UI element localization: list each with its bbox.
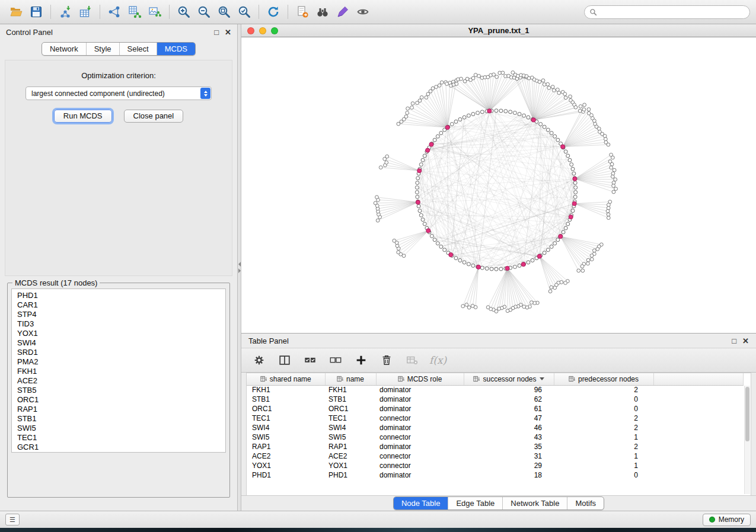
new-network-button[interactable]	[104, 3, 125, 21]
table-cell[interactable]: SWI5	[247, 432, 325, 442]
table-settings-button[interactable]	[251, 352, 267, 368]
table-cell[interactable]: ACE2	[247, 451, 325, 461]
table-cell[interactable]: connector	[376, 414, 464, 423]
mcds-node-item[interactable]: TID3	[12, 319, 225, 329]
table-cell[interactable]: dominator	[376, 442, 464, 451]
column-header-successor-nodes[interactable]: successor nodes	[464, 373, 554, 385]
table-cell[interactable]: 61	[464, 404, 554, 414]
column-header-mcds-role[interactable]: MCDS role	[376, 373, 464, 385]
tab-edge-table[interactable]: Edge Table	[448, 497, 502, 509]
table-row[interactable]: TEC1TEC1connector472	[247, 414, 744, 423]
mcds-node-item[interactable]: RAP1	[12, 405, 225, 414]
table-cell[interactable]: TEC1	[325, 414, 376, 423]
mcds-node-item[interactable]: GCR1	[12, 443, 225, 452]
panel-splitter[interactable]	[237, 24, 241, 511]
mcds-node-item[interactable]: ACE2	[12, 376, 225, 386]
optimization-criterion-select[interactable]: largest connected component (undirected)	[25, 86, 212, 100]
run-mcds-button[interactable]: Run MCDS	[54, 110, 112, 123]
search-input[interactable]	[600, 8, 745, 16]
minimize-window-icon[interactable]	[259, 27, 266, 34]
table-scrollbar-thumb[interactable]	[745, 387, 749, 441]
table-cell[interactable]: TEC1	[247, 414, 325, 423]
table-scrollbar[interactable]	[744, 386, 750, 494]
tab-mcds[interactable]: MCDS	[157, 43, 195, 55]
collapse-right-icon[interactable]	[238, 268, 241, 273]
table-cell[interactable]: dominator	[376, 395, 464, 404]
tab-select[interactable]: Select	[119, 43, 157, 55]
float-panel-icon[interactable]: □	[732, 337, 736, 345]
filter-button[interactable]	[333, 3, 353, 21]
close-window-icon[interactable]	[247, 27, 254, 34]
table-cell[interactable]: connector	[376, 451, 464, 461]
table-cell[interactable]: STB1	[325, 395, 376, 404]
table-cell[interactable]: dominator	[376, 385, 464, 395]
table-row[interactable]: YOX1YOX1connector291	[247, 461, 744, 470]
table-cell[interactable]	[653, 423, 744, 432]
table-cell[interactable]: 96	[464, 385, 554, 395]
maximize-window-icon[interactable]	[271, 27, 278, 34]
mcds-node-item[interactable]: SWI5	[12, 424, 225, 433]
table-cell[interactable]: connector	[376, 461, 464, 470]
table-cell[interactable]: 2	[554, 414, 653, 423]
table-row[interactable]: RAP1RAP1dominator352	[247, 442, 744, 451]
close-panel-button[interactable]: Close panel	[124, 110, 184, 123]
network-canvas[interactable]	[241, 37, 756, 333]
mcds-node-item[interactable]: FKH1	[12, 367, 225, 376]
table-cell[interactable]: STB1	[247, 395, 325, 404]
mcds-node-item[interactable]: STP4	[12, 310, 225, 319]
table-cell[interactable]	[653, 442, 744, 451]
memory-button[interactable]: Memory	[703, 514, 751, 526]
delete-row-button[interactable]	[378, 352, 395, 368]
zoom-selected-button[interactable]	[234, 3, 254, 21]
column-header-shared-name[interactable]: shared name	[247, 373, 325, 385]
mcds-node-item[interactable]: ORC1	[12, 395, 225, 405]
table-cell[interactable]: ACE2	[325, 451, 376, 461]
table-cell[interactable]: 1	[554, 451, 653, 461]
import-network-button[interactable]	[55, 3, 75, 21]
table-cell[interactable]: FKH1	[247, 385, 325, 395]
mcds-node-item[interactable]: PHD1	[12, 291, 225, 300]
mcds-node-item[interactable]: TEC1	[12, 433, 225, 443]
table-cell[interactable]: dominator	[376, 404, 464, 414]
table-cell[interactable]: 2	[554, 442, 653, 451]
collapse-left-icon[interactable]	[238, 262, 241, 267]
table-cell[interactable]: ORC1	[247, 404, 325, 414]
float-panel-icon[interactable]: □	[214, 28, 219, 36]
table-cell[interactable]: SWI5	[325, 432, 376, 442]
table-cell[interactable]: PHD1	[247, 470, 325, 480]
table-row[interactable]: PHD1PHD1dominator180	[247, 470, 744, 480]
table-cell[interactable]: YOX1	[247, 461, 325, 470]
table-cell[interactable]: 35	[464, 442, 554, 451]
table-cell[interactable]: YOX1	[325, 461, 376, 470]
mcds-node-item[interactable]: STB5	[12, 386, 225, 395]
table-cell[interactable]: ORC1	[325, 404, 376, 414]
table-cell[interactable]: 18	[464, 470, 554, 480]
deselect-all-button[interactable]	[327, 352, 344, 368]
network-from-table-button[interactable]	[125, 3, 145, 21]
table-cell[interactable]	[653, 461, 744, 470]
select-all-button[interactable]	[302, 352, 318, 368]
tab-style[interactable]: Style	[86, 43, 119, 55]
table-row[interactable]: FKH1FKH1dominator962	[247, 385, 744, 395]
table-cell[interactable]: SWI4	[325, 423, 376, 432]
table-row[interactable]: STB1STB1dominator620	[247, 395, 744, 404]
column-header-name[interactable]: name	[325, 373, 376, 385]
table-cell[interactable]: dominator	[376, 470, 464, 480]
table-cell[interactable]	[653, 451, 744, 461]
zoom-out-button[interactable]	[194, 3, 214, 21]
table-row[interactable]: SWI4SWI4dominator462	[247, 423, 744, 432]
table-cell[interactable]	[653, 470, 744, 480]
table-row[interactable]: ORC1ORC1dominator610	[247, 404, 744, 414]
tab-node-table[interactable]: Node Table	[394, 497, 448, 509]
mcds-node-item[interactable]: SWI4	[12, 338, 225, 348]
mcds-node-item[interactable]: STB1	[12, 414, 225, 424]
search-field[interactable]	[584, 5, 750, 19]
import-table-button[interactable]	[75, 3, 95, 21]
close-panel-icon[interactable]: ✕	[742, 337, 749, 345]
add-row-button[interactable]	[353, 352, 369, 368]
table-cell[interactable]: 43	[464, 432, 554, 442]
zoom-fit-button[interactable]	[214, 3, 234, 21]
table-cell[interactable]	[653, 404, 744, 414]
table-cell[interactable]: SWI4	[247, 423, 325, 432]
table-cell[interactable]: connector	[376, 432, 464, 442]
